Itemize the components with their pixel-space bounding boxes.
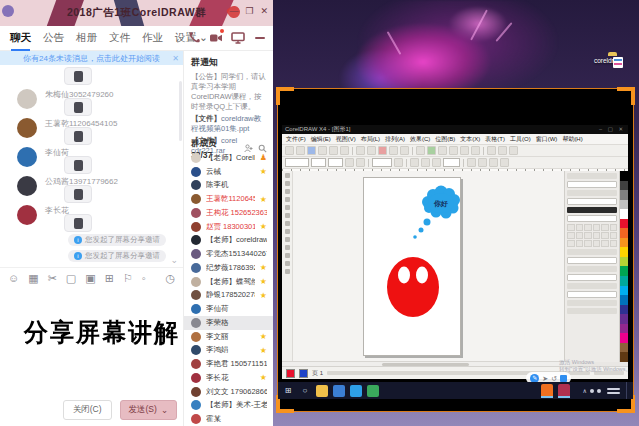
tool-button[interactable] [285,221,290,226]
chat-message-row[interactable]: 王薯乾11206454105 [0,117,183,143]
palette-swatch[interactable] [620,295,628,305]
app-blue-icon[interactable] [333,385,345,397]
explorer-icon[interactable] [316,385,328,397]
member-list[interactable]: 【老师】CorelDraw-李老师♟云械★陈李机王薯乾11206454105★王… [184,151,273,426]
member-row[interactable]: 纪梦薇17863926233★ [184,261,273,275]
message-bubble[interactable] [64,214,92,232]
toolbar-button[interactable] [356,146,365,155]
palette-swatch[interactable] [620,238,628,248]
palette-swatch[interactable] [620,333,628,343]
member-row[interactable]: 陈李机 [184,179,273,193]
member-row[interactable]: 王薯乾11206454105★ [184,192,273,206]
emoji-icon[interactable]: ☺ [8,272,19,284]
qq-title-bar[interactable]: 2018广告1班CorelDRAW群 — ❐ ✕ [0,0,273,26]
message-bubble[interactable] [64,67,92,85]
tool-button[interactable] [285,229,290,234]
tray-chevron-icon[interactable]: ∧ [583,387,587,394]
tool-button[interactable] [285,261,290,266]
user-avatar[interactable] [17,89,37,109]
history-icon[interactable]: ◷ [165,272,175,285]
palette-swatch[interactable] [620,324,628,334]
toolbar-button[interactable] [378,146,387,155]
palette-swatch[interactable] [620,181,628,191]
member-row[interactable]: 李鸿娟★ [184,344,273,358]
scroll-down-icon[interactable]: ⌄ [170,255,178,265]
palette-swatch[interactable] [620,314,628,324]
message-bubble[interactable] [64,156,92,174]
picture-icon[interactable]: ▣ [85,272,95,285]
group-announcement[interactable]: 【公告】同学们，请认真学习本学期CorelDRAW课程，按时登录QQ上下课。 [191,72,266,112]
toolbar-button[interactable] [438,146,447,155]
message-bubble[interactable] [64,98,92,116]
message-bubble[interactable] [64,185,92,203]
chat-scrollbar[interactable] [179,81,182,141]
group-file-link[interactable]: 【文件】coreldraw教程视频第01集.ppt [191,114,266,134]
toolbar-button[interactable] [471,146,480,155]
menu-item[interactable]: 布局(L) [361,135,380,144]
coreldraw-property-bar[interactable] [282,157,628,169]
tool-button[interactable] [285,237,290,242]
system-tray[interactable]: ∧ [583,382,629,399]
coreldraw-docker-panel[interactable] [565,171,620,362]
coreldraw-standard-toolbar[interactable] [282,145,628,157]
member-row[interactable]: 零觉杰15134402670 [184,247,273,261]
member-row[interactable]: 【老师】蝶驾然-子希★ [184,275,273,289]
toolbar-button[interactable] [285,146,294,155]
tool-button[interactable] [285,181,290,186]
toolbar-button[interactable] [460,146,469,155]
menu-item[interactable]: 编辑(E) [311,135,331,144]
drawing-page[interactable]: 你好 [363,177,461,356]
app-green-icon[interactable] [367,385,379,397]
palette-swatch[interactable] [620,200,628,210]
chat-message-row[interactable]: 李仙荷 [0,146,183,172]
maximize-icon[interactable]: ❐ [245,6,253,16]
banner-close-icon[interactable]: ✕ [172,54,179,63]
toolbar-button[interactable] [329,146,338,155]
tool-button[interactable] [285,205,290,210]
toolbar-button[interactable] [296,146,305,155]
close-button[interactable]: 关闭(C) [63,400,112,420]
toolbar-button[interactable] [394,158,403,167]
tab-公告[interactable]: 公告 [43,31,64,45]
more-icon[interactable]: ◦ [142,272,146,284]
palette-swatch[interactable] [620,276,628,286]
voice-call-icon[interactable] [187,31,201,45]
chat-message-row[interactable]: 公鸡酱13971779662 [0,175,183,201]
tool-button[interactable] [285,189,290,194]
gif-icon[interactable]: ▦ [28,272,38,285]
member-row[interactable]: 王构花 15265236381 [184,206,273,220]
menu-item[interactable]: 文件(F) [286,135,306,144]
thought-bubble-shape[interactable] [413,186,460,239]
tab-作业[interactable]: 作业 [142,31,163,45]
member-row[interactable]: 李荣格 [184,316,273,330]
toolbar-button[interactable] [487,146,496,155]
palette-swatch[interactable] [620,228,628,238]
toolbar-button[interactable] [410,158,419,167]
palette-swatch[interactable] [620,209,628,219]
coreldraw-taskbar-icon[interactable] [541,384,553,398]
palette-swatch[interactable] [620,171,628,181]
tab-聊天[interactable]: 聊天 [10,31,31,45]
toolbar-button[interactable] [498,146,507,155]
user-avatar[interactable] [17,118,37,138]
tool-button[interactable] [285,197,290,202]
tool-button[interactable] [285,253,290,258]
member-row[interactable]: 李文丽★ [184,330,273,344]
video-call-icon[interactable] [209,31,223,45]
tool-button[interactable] [285,213,290,218]
toolbar-button[interactable] [449,146,458,155]
chat-message-row[interactable] [0,67,183,85]
toolbar-button[interactable] [421,158,430,167]
coreldraw-window-controls[interactable]: – ▢ ✕ [599,125,625,134]
palette-swatch[interactable] [620,266,628,276]
page-tab[interactable]: 页 1 [312,369,323,378]
bell-icon[interactable]: ⚐ [123,272,133,285]
file-icon[interactable]: ▢ [66,272,76,285]
active-app-taskbar-icon[interactable] [558,384,570,398]
toolbar-button[interactable] [427,146,436,155]
message-bubble[interactable] [64,127,92,145]
menu-item[interactable]: 位图(B) [435,135,455,144]
toolbar-button[interactable] [400,146,409,155]
chat-input-area[interactable]: 分享屏幕讲解 [0,287,183,394]
toolbar-button[interactable] [489,158,498,167]
